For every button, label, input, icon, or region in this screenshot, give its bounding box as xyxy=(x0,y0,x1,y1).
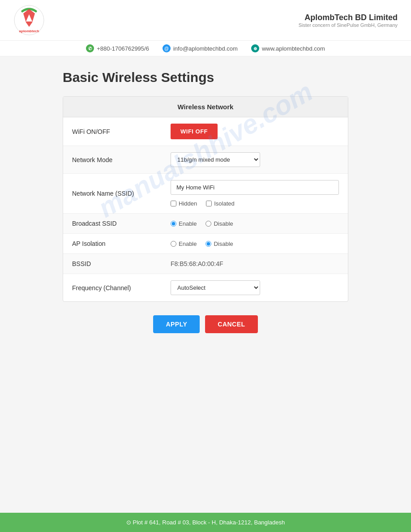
bssid-value: F8:B5:68:A0:00:4F xyxy=(171,260,339,267)
broadcast-enable-radio[interactable] xyxy=(171,221,176,227)
ap-radio-group: Enable Disable xyxy=(171,240,339,247)
hidden-label: Hidden xyxy=(179,200,197,207)
ap-label: AP Isolation xyxy=(72,240,171,247)
contact-bar: ✆ +880-1706762995/6 @ info@aplombtechbd.… xyxy=(0,41,411,56)
bssid-row: BSSID F8:B5:68:A0:00:4F xyxy=(63,254,348,274)
company-name: AplombTech BD Limited xyxy=(299,13,398,22)
broadcast-enable-text: Enable xyxy=(179,220,197,227)
ssid-options: Hidden Isolated xyxy=(171,200,339,207)
ssid-row: Network Name (SSID) Hidden Isolated xyxy=(63,174,348,214)
ssid-value-area: Hidden Isolated xyxy=(171,180,339,207)
broadcast-row: Broadcast SSID Enable Disable xyxy=(63,214,348,234)
ap-value: Enable Disable xyxy=(171,240,339,247)
ap-enable-radio[interactable] xyxy=(171,241,176,247)
web-icon: ⊕ xyxy=(251,44,259,52)
ap-enable-text: Enable xyxy=(179,240,197,247)
broadcast-radio-group: Enable Disable xyxy=(171,220,339,227)
broadcast-disable-radio[interactable] xyxy=(206,221,211,227)
logo-area: aplombtech xyxy=(13,4,45,36)
apply-button[interactable]: APPLY xyxy=(153,315,200,333)
cancel-button[interactable]: CANCEL xyxy=(205,315,257,333)
web-contact: ⊕ www.aplombtechbd.com xyxy=(251,44,325,52)
wifi-label: WiFi ON/OFF xyxy=(72,128,171,135)
frequency-value: AutoSelect xyxy=(171,280,339,295)
network-mode-value: 11b/g/n mixed mode xyxy=(171,152,339,167)
phone-contact: ✆ +880-1706762995/6 xyxy=(86,44,149,52)
ap-disable-text: Disable xyxy=(214,240,233,247)
wifi-toggle-button[interactable]: WIFI OFF xyxy=(171,124,218,139)
company-sub: Sister concern of SinePulse GmbH, German… xyxy=(299,22,398,28)
ap-disable-radio[interactable] xyxy=(206,241,211,247)
svg-text:aplombtech: aplombtech xyxy=(19,29,39,33)
settings-card: Wireless Network WiFi ON/OFF WIFI OFF Ne… xyxy=(63,96,348,302)
footer-text: ⊙ Plot # 641, Road # 03, Block - H, Dhak… xyxy=(126,519,285,526)
email-contact: @ info@aplombtechbd.com xyxy=(163,44,238,52)
frequency-select[interactable]: AutoSelect xyxy=(171,280,260,295)
network-mode-label: Network Mode xyxy=(72,156,171,163)
wifi-row: WiFi ON/OFF WIFI OFF xyxy=(63,117,348,146)
company-info: AplombTech BD Limited Sister concern of … xyxy=(299,13,398,28)
network-mode-select[interactable]: 11b/g/n mixed mode xyxy=(171,152,260,167)
frequency-row: Frequency (Channel) AutoSelect xyxy=(63,274,348,301)
phone-icon: ✆ xyxy=(86,44,94,52)
broadcast-enable-label[interactable]: Enable xyxy=(171,220,197,227)
table-header: Wireless Network xyxy=(63,97,348,117)
network-mode-row: Network Mode 11b/g/n mixed mode xyxy=(63,146,348,174)
broadcast-value: Enable Disable xyxy=(171,220,339,227)
ssid-input[interactable] xyxy=(171,180,339,195)
isolated-label: Isolated xyxy=(214,200,235,207)
wifi-value: WIFI OFF xyxy=(171,124,339,139)
phone-text: +880-1706762995/6 xyxy=(97,45,149,52)
web-text: www.aplombtechbd.com xyxy=(262,45,325,52)
button-row: APPLY CANCEL xyxy=(63,315,348,333)
isolated-checkbox[interactable] xyxy=(206,201,212,206)
email-icon: @ xyxy=(163,44,171,52)
footer: ⊙ Plot # 641, Road # 03, Block - H, Dhak… xyxy=(0,513,411,532)
isolated-checkbox-label[interactable]: Isolated xyxy=(206,200,235,207)
bssid-display: F8:B5:68:A0:00:4F xyxy=(171,260,223,267)
broadcast-label: Broadcast SSID xyxy=(72,220,171,227)
frequency-label: Frequency (Channel) xyxy=(72,284,171,292)
email-text: info@aplombtechbd.com xyxy=(173,45,238,52)
company-logo: aplombtech xyxy=(13,4,45,36)
page-title: Basic Wireless Settings xyxy=(63,70,348,85)
bssid-label: BSSID xyxy=(72,260,171,267)
broadcast-disable-label[interactable]: Disable xyxy=(206,220,233,227)
page-header: aplombtech AplombTech BD Limited Sister … xyxy=(0,0,411,41)
hidden-checkbox-label[interactable]: Hidden xyxy=(171,200,197,207)
ssid-label: Network Name (SSID) xyxy=(72,190,171,197)
main-content: Basic Wireless Settings Wireless Network… xyxy=(0,56,411,347)
ap-disable-label[interactable]: Disable xyxy=(206,240,233,247)
broadcast-disable-text: Disable xyxy=(214,220,233,227)
hidden-checkbox[interactable] xyxy=(171,201,176,206)
ap-enable-label[interactable]: Enable xyxy=(171,240,197,247)
ap-isolation-row: AP Isolation Enable Disable xyxy=(63,234,348,254)
